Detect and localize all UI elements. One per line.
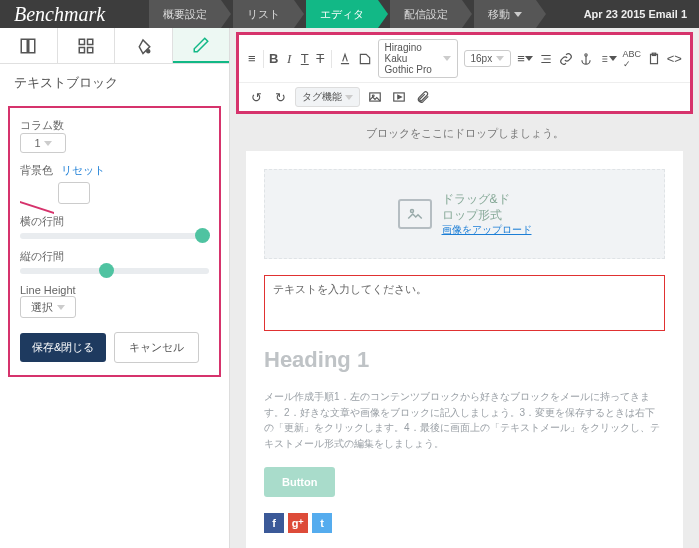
underline-button[interactable]: T: [300, 50, 310, 68]
layout-icon: [19, 37, 37, 55]
panel-title: テキストブロック: [0, 64, 229, 100]
menu-icon[interactable]: ≡: [247, 50, 257, 68]
svg-rect-1: [29, 39, 35, 53]
image-icon: [398, 199, 432, 229]
strike-button[interactable]: T: [316, 50, 326, 68]
left-panel: テキストブロック コラム数 1 背景色 リセット: [0, 28, 230, 548]
hpad-slider[interactable]: [20, 233, 209, 239]
video-button[interactable]: [390, 88, 408, 106]
hpad-label: 横の行間: [20, 214, 209, 229]
svg-point-6: [147, 49, 150, 52]
step-move[interactable]: 移動: [474, 0, 536, 28]
tab-styles[interactable]: [115, 28, 173, 63]
bg-color-swatch[interactable]: [58, 182, 90, 204]
heading-block[interactable]: Heading 1: [264, 347, 665, 373]
editor-area: ≡ B I T T Hiragino Kaku Gothic Pro 16px …: [230, 28, 699, 548]
paint-bucket-icon: [134, 37, 152, 55]
undo-button[interactable]: ↺: [247, 88, 265, 106]
cancel-button[interactable]: キャンセル: [114, 332, 199, 363]
image-drop-block[interactable]: ドラッグ&ド ロップ形式 画像をアップロード: [264, 169, 665, 259]
email-canvas: ドラッグ&ド ロップ形式 画像をアップロード テキストを入力してください。 He…: [246, 151, 683, 548]
redo-button[interactable]: ↻: [271, 88, 289, 106]
text-block-editor[interactable]: テキストを入力してください。: [264, 275, 665, 331]
drop-hint: ブロックをここにドロップしましょう。: [230, 116, 699, 147]
italic-button[interactable]: I: [285, 50, 295, 68]
font-color-button[interactable]: [338, 50, 352, 68]
font-family-select[interactable]: Hiragino Kaku Gothic Pro: [378, 39, 458, 78]
vpad-slider[interactable]: [20, 268, 209, 274]
columns-label: コラム数: [20, 118, 209, 133]
svg-rect-3: [87, 39, 92, 44]
tab-layouts[interactable]: [58, 28, 116, 63]
chevron-down-icon: [496, 56, 504, 61]
step-editor[interactable]: エディタ: [306, 0, 378, 28]
googleplus-icon[interactable]: g⁺: [288, 513, 308, 533]
svg-rect-0: [22, 39, 28, 53]
rich-text-toolbar: ≡ B I T T Hiragino Kaku Gothic Pro 16px …: [236, 32, 693, 114]
twitter-icon[interactable]: t: [312, 513, 332, 533]
left-tabs: [0, 28, 229, 64]
step-delivery[interactable]: 配信設定: [390, 0, 462, 28]
img-upload-link[interactable]: 画像をアップロード: [442, 223, 532, 236]
social-block: f g⁺ t: [264, 513, 665, 533]
columns-select[interactable]: 1: [20, 133, 66, 153]
step-summary[interactable]: 概要設定: [149, 0, 221, 28]
facebook-icon[interactable]: f: [264, 513, 284, 533]
grid-icon: [77, 37, 95, 55]
topbar: Benchmark 概要設定 リスト エディタ 配信設定 移動 Apr 23 2…: [0, 0, 699, 28]
indent-button[interactable]: [539, 50, 553, 68]
chevron-down-icon: [57, 305, 65, 310]
step-list[interactable]: リスト: [233, 0, 294, 28]
step-nav: 概要設定 リスト エディタ 配信設定 移動: [149, 0, 548, 28]
panel-body: コラム数 1 背景色 リセット 横の行間: [8, 106, 221, 377]
font-size-select[interactable]: 16px: [464, 50, 512, 67]
list-button[interactable]: [599, 50, 617, 68]
align-button[interactable]: ≡: [517, 50, 533, 68]
body-text-block[interactable]: メール作成手順1．左のコンテンツブロックから好きなブロックをメールに持ってきます…: [264, 389, 665, 451]
bg-none-swatch[interactable]: [20, 184, 50, 202]
tab-edit[interactable]: [173, 28, 230, 63]
chevron-down-icon: [44, 141, 52, 146]
bg-label: 背景色: [20, 163, 53, 178]
svg-rect-4: [79, 47, 84, 52]
chevron-down-icon: [345, 95, 353, 100]
bold-button[interactable]: B: [269, 50, 279, 68]
img-drop-line2: ロップ形式: [442, 208, 532, 224]
save-close-button[interactable]: 保存&閉じる: [20, 333, 106, 362]
bg-color-button[interactable]: [358, 50, 372, 68]
tag-menu[interactable]: タグ機能: [295, 87, 360, 107]
cta-button-block[interactable]: Button: [264, 467, 335, 497]
svg-rect-2: [79, 39, 84, 44]
svg-point-7: [585, 53, 587, 55]
chevron-down-icon: [514, 12, 522, 17]
attachment-button[interactable]: [414, 88, 432, 106]
lh-select[interactable]: 選択: [20, 296, 76, 318]
img-drop-line1: ドラッグ&ド: [442, 192, 532, 208]
logo: Benchmark: [0, 0, 119, 28]
vpad-label: 縦の行間: [20, 249, 209, 264]
svg-point-13: [410, 210, 413, 213]
svg-rect-5: [87, 47, 92, 52]
code-button[interactable]: <>: [667, 50, 682, 68]
spellcheck-button[interactable]: ABC✓: [623, 50, 641, 68]
image-button[interactable]: [366, 88, 384, 106]
paste-button[interactable]: [647, 50, 661, 68]
email-name[interactable]: Apr 23 2015 Email 1: [572, 0, 699, 28]
anchor-button[interactable]: [579, 50, 593, 68]
tab-blocks[interactable]: [0, 28, 58, 63]
bg-reset-link[interactable]: リセット: [61, 163, 105, 178]
lh-label: Line Height: [20, 284, 209, 296]
chevron-down-icon: [443, 56, 451, 61]
link-button[interactable]: [559, 50, 573, 68]
pencil-icon: [192, 36, 210, 54]
